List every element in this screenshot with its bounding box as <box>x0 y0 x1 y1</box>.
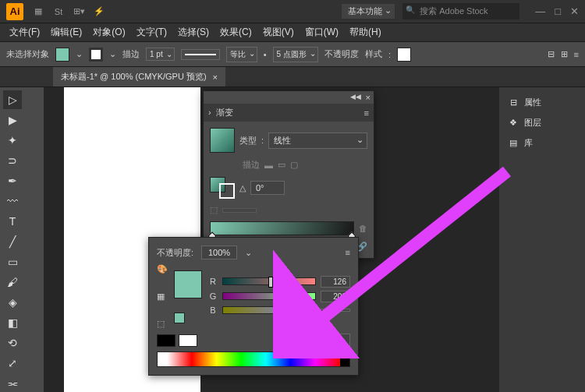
workspace-switcher[interactable]: 基本功能 <box>342 4 395 19</box>
app-logo: Ai <box>6 3 23 20</box>
panel-properties[interactable]: ⊟ 属性 <box>504 92 580 112</box>
panel-layers[interactable]: ❖ 图层 <box>504 112 580 132</box>
palette-icon[interactable]: 🎨 <box>157 264 168 274</box>
expand-icon[interactable]: › <box>208 108 211 117</box>
close-icon[interactable]: × <box>366 93 370 102</box>
opacity-input[interactable]: 100% <box>201 245 237 260</box>
profile-select[interactable]: 等比 <box>226 47 257 62</box>
color-panel[interactable]: 不透明度: 100% ⌄ ≡ 🎨 ▦ ⬚ R 126 G 200 <box>148 237 359 376</box>
aspect-input[interactable] <box>222 208 257 213</box>
menu-select[interactable]: 选择(S) <box>173 23 214 41</box>
cube-icon[interactable]: ⬚ <box>157 319 168 329</box>
stroke-swatch[interactable] <box>89 48 103 62</box>
style-swatch[interactable] <box>397 48 411 62</box>
opacity-label: 不透明度: <box>157 247 193 259</box>
stroke-apply-icon[interactable]: ▢ <box>290 160 298 170</box>
g-label: G <box>208 291 218 301</box>
right-panel-dock: ⊟ 属性 ❖ 图层 ▤ 库 <box>499 87 585 392</box>
b-value[interactable] <box>321 309 350 312</box>
stroke-label: 描边 <box>122 48 140 60</box>
gradient-panel[interactable]: ◀◀ × › 渐变 ≡ 类型: 线性 描边 ▬ ▭ ▢ △ 0° ⬚ <box>203 90 374 259</box>
chevron-down-icon[interactable]: ⌄ <box>109 49 116 59</box>
rectangle-tool[interactable]: ▭ <box>3 253 22 271</box>
panel-title: 渐变 <box>216 107 233 118</box>
collapse-icon[interactable]: ◀◀ <box>350 93 361 102</box>
menu-help[interactable]: 帮助(H) <box>345 23 386 41</box>
direct-selection-tool[interactable]: ▶ <box>3 111 22 129</box>
scale-tool[interactable]: ⤢ <box>3 354 22 373</box>
angle-input[interactable]: 0° <box>250 181 285 195</box>
menu-file[interactable]: 文件(F) <box>5 23 44 41</box>
menu-type[interactable]: 文字(T) <box>132 23 172 41</box>
menu-effect[interactable]: 效果(C) <box>215 23 257 41</box>
menu-edit[interactable]: 编辑(E) <box>46 23 87 41</box>
toolbox: ▷ ▶ ✦ ⊃ ✒ 〰 T ╱ ▭ 🖌 ◈ ◧ ⟲ ⤢ ⫘ ⬚ ⬡ ▦ ⊞ ▬ … <box>0 87 44 392</box>
stroke-apply-icon[interactable]: ▬ <box>264 161 273 170</box>
swatches-icon[interactable]: ▦ <box>157 291 168 302</box>
lasso-tool[interactable]: ⊃ <box>3 151 22 170</box>
r-value[interactable]: 126 <box>321 276 350 288</box>
stroke-weight-input[interactable]: 1 pt <box>146 48 175 61</box>
maximize-button[interactable]: □ <box>555 5 561 17</box>
document-tab[interactable]: 未标题-1* @ 100% (CMYK/GPU 预览) × <box>53 67 225 87</box>
align-icon[interactable]: ⊟ <box>548 49 555 59</box>
profile-preview[interactable] <box>181 49 220 60</box>
r-slider[interactable] <box>222 277 316 285</box>
opacity-label: 不透明度 <box>324 48 359 60</box>
hex-prefix: # <box>292 336 297 345</box>
color-swatch[interactable] <box>174 270 202 298</box>
menu-object[interactable]: 对象(O) <box>88 23 129 41</box>
pen-tool[interactable]: ✒ <box>3 171 22 190</box>
gradient-preview[interactable] <box>210 128 235 153</box>
gpu-icon[interactable]: ⚡ <box>92 5 106 19</box>
bridge-icon[interactable]: ▦ <box>31 5 45 19</box>
g-value[interactable]: 200 <box>321 291 350 302</box>
gradient-slider[interactable] <box>210 221 354 235</box>
close-tab-icon[interactable]: × <box>213 72 218 82</box>
type-label: 类型 <box>239 135 257 147</box>
eraser-tool[interactable]: ◧ <box>3 313 22 332</box>
panel-label: 属性 <box>524 97 541 108</box>
panel-menu-icon[interactable]: ≡ <box>364 108 369 118</box>
fill-swatch[interactable] <box>55 48 69 62</box>
gradient-type-select[interactable]: 线性 <box>268 132 367 149</box>
curvature-tool[interactable]: 〰 <box>3 192 22 210</box>
b-label: B <box>208 305 218 315</box>
line-tool[interactable]: ╱ <box>3 232 22 251</box>
menu-window[interactable]: 窗口(W) <box>300 23 343 41</box>
black-swatch[interactable] <box>157 334 176 347</box>
stock-icon[interactable]: St <box>51 5 66 19</box>
properties-icon: ⊟ <box>507 96 519 108</box>
type-tool[interactable]: T <box>3 212 22 231</box>
minimize-button[interactable]: — <box>535 5 545 17</box>
panel-menu-icon[interactable]: ≡ <box>346 248 350 257</box>
g-slider[interactable] <box>222 292 316 300</box>
search-input[interactable]: 搜索 Adobe Stock <box>402 3 519 19</box>
arrange-icon[interactable]: ⊞▾ <box>72 5 86 19</box>
shaper-tool[interactable]: ◈ <box>3 293 22 312</box>
transform-icon[interactable]: ⊞ <box>561 49 568 59</box>
close-button[interactable]: ✕ <box>570 5 579 17</box>
menu-view[interactable]: 视图(V) <box>258 23 299 41</box>
small-swatch[interactable] <box>174 313 185 323</box>
white-swatch[interactable] <box>179 334 197 347</box>
stroke-apply-icon[interactable]: ▭ <box>278 160 285 170</box>
tab-title: 未标题-1* @ 100% (CMYK/GPU 预览) <box>61 71 207 83</box>
layers-icon: ❖ <box>507 116 519 129</box>
selection-tool[interactable]: ▷ <box>3 90 22 109</box>
hex-input[interactable]: 7EC8B0 <box>300 334 350 347</box>
panel-libraries[interactable]: ▤ 库 <box>504 132 580 153</box>
rotate-tool[interactable]: ⟲ <box>3 334 22 352</box>
b-slider[interactable] <box>222 306 316 314</box>
aspect-icon: ⬚ <box>210 205 218 215</box>
brush-select[interactable]: 5 点圆形 <box>273 47 318 62</box>
gradient-stroke-label: 描边 <box>243 159 260 171</box>
spectrum-picker[interactable] <box>157 351 350 367</box>
panel-menu-icon[interactable]: ≡ <box>574 50 579 59</box>
width-tool[interactable]: ⫘ <box>3 374 22 392</box>
paintbrush-tool[interactable]: 🖌 <box>3 273 22 291</box>
magic-wand-tool[interactable]: ✦ <box>3 131 22 150</box>
trash-icon[interactable]: 🗑 <box>359 224 367 233</box>
chevron-down-icon[interactable]: ⌄ <box>245 248 252 258</box>
chevron-down-icon[interactable]: ⌄ <box>76 49 83 59</box>
